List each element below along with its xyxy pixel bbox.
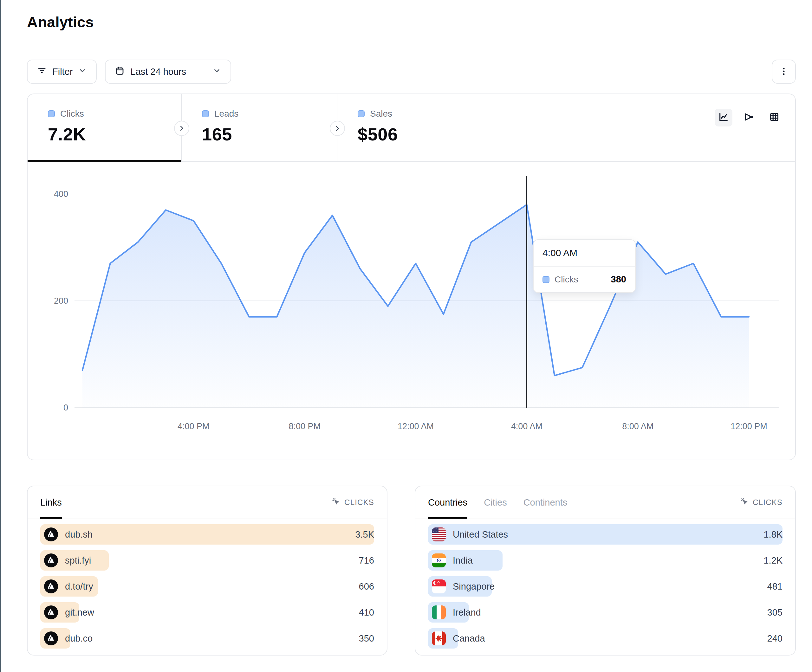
country-clicks-value: 1.8K bbox=[764, 524, 783, 544]
sg-flag-icon bbox=[432, 580, 446, 594]
line-chart-icon bbox=[718, 112, 729, 124]
cities-tab-label: Cities bbox=[484, 497, 507, 508]
tab-cities[interactable]: Cities bbox=[484, 486, 507, 518]
countries-panel: Countries Cities Continents bbox=[415, 486, 796, 655]
x-axis-tick-label: 4:00 PM bbox=[177, 421, 210, 431]
country-label: Ireland bbox=[453, 607, 481, 618]
tooltip-legend-swatch bbox=[542, 276, 549, 283]
links-metric-header[interactable]: CLICKS bbox=[332, 497, 374, 508]
analytics-chart-card: Clicks 7.2K Leads 165 Sales bbox=[27, 94, 796, 460]
sales-tab-label: Sales bbox=[370, 109, 392, 119]
tooltip-series-label: Clicks bbox=[554, 275, 578, 285]
in-flag-icon bbox=[432, 553, 446, 567]
cursor-click-icon bbox=[332, 497, 341, 508]
link-label: spti.fyi bbox=[65, 555, 91, 566]
country-clicks-value: 240 bbox=[767, 628, 783, 648]
tab-leads[interactable]: Leads 165 bbox=[182, 94, 337, 161]
sales-legend-swatch bbox=[358, 110, 365, 117]
chevron-down-icon bbox=[78, 67, 87, 77]
chart-view-switcher bbox=[715, 109, 783, 126]
toolbar: Filter Last 24 hours bbox=[27, 60, 231, 84]
clicks-tab-label: Clicks bbox=[60, 109, 84, 119]
more-options-button[interactable] bbox=[772, 60, 796, 84]
dub-favicon-icon bbox=[44, 553, 58, 567]
clicks-area-chart[interactable]: 02004004:00 PM8:00 PM12:00 AM4:00 AM8:00… bbox=[27, 161, 795, 460]
x-axis-tick-label: 12:00 AM bbox=[397, 421, 434, 431]
y-axis-tick-label: 400 bbox=[54, 189, 68, 199]
country-clicks-value: 305 bbox=[767, 602, 783, 623]
countries-metric-header[interactable]: CLICKS bbox=[740, 497, 783, 508]
cursor-click-icon bbox=[740, 497, 749, 508]
country-row-India[interactable]: India1.2K bbox=[428, 550, 783, 571]
tab-clicks[interactable]: Clicks 7.2K bbox=[27, 94, 182, 161]
links-list: dub.sh3.5Kspti.fyi716d.to/try606git.new4… bbox=[27, 519, 387, 648]
chevron-down-icon bbox=[213, 67, 221, 77]
metric-tabs: Clicks 7.2K Leads 165 Sales bbox=[27, 94, 795, 162]
link-clicks-value: 716 bbox=[359, 550, 374, 571]
links-panel-header: Links CLICKS bbox=[27, 486, 387, 519]
link-row-d.to/try[interactable]: d.to/try606 bbox=[40, 576, 374, 597]
countries-list: United States1.8KIndia1.2KSingapore481Ir… bbox=[415, 519, 795, 648]
links-metric-label: CLICKS bbox=[345, 498, 374, 507]
x-axis-tick-label: 8:00 AM bbox=[622, 421, 653, 431]
funnel-view-button[interactable] bbox=[740, 109, 758, 126]
clicks-legend-swatch bbox=[48, 110, 55, 117]
dub-favicon-icon bbox=[44, 631, 58, 645]
country-clicks-value: 1.2K bbox=[764, 550, 783, 571]
filter-lines-icon bbox=[37, 66, 47, 78]
kebab-menu-icon bbox=[779, 67, 788, 77]
tab-links[interactable]: Links bbox=[40, 486, 62, 518]
country-row-Canada[interactable]: Canada240 bbox=[428, 628, 783, 648]
link-clicks-value: 3.5K bbox=[355, 524, 374, 544]
x-axis-tick-label: 8:00 PM bbox=[288, 421, 321, 431]
x-axis-tick-label: 12:00 PM bbox=[730, 421, 767, 431]
expand-leads-chevron-button[interactable] bbox=[330, 121, 345, 136]
country-label: Canada bbox=[453, 633, 485, 644]
link-label: dub.co bbox=[65, 633, 92, 644]
tooltip-time: 4:00 AM bbox=[534, 240, 635, 266]
country-row-Ireland[interactable]: Ireland305 bbox=[428, 602, 783, 623]
country-row-Singapore[interactable]: Singapore481 bbox=[428, 576, 783, 597]
countries-panel-header: Countries Cities Continents bbox=[415, 486, 795, 519]
link-label: dub.sh bbox=[65, 529, 92, 540]
link-row-dub.sh[interactable]: dub.sh3.5K bbox=[40, 524, 374, 544]
grid-table-icon bbox=[769, 112, 780, 124]
countries-metric-label: CLICKS bbox=[753, 498, 783, 507]
country-label: Singapore bbox=[453, 582, 495, 592]
date-range-button[interactable]: Last 24 hours bbox=[105, 60, 231, 84]
continents-tab-label: Continents bbox=[524, 497, 568, 508]
clicks-tab-value: 7.2K bbox=[48, 124, 181, 145]
analytics-page: Analytics Filter bbox=[0, 0, 812, 672]
filter-button[interactable]: Filter bbox=[27, 60, 97, 84]
leads-legend-swatch bbox=[202, 110, 209, 117]
line-chart-view-button[interactable] bbox=[715, 109, 732, 126]
page-title: Analytics bbox=[27, 13, 94, 31]
us-flag-icon bbox=[432, 527, 446, 541]
tooltip-value: 380 bbox=[611, 274, 626, 285]
link-row-git.new[interactable]: git.new410 bbox=[40, 602, 374, 623]
tab-continents[interactable]: Continents bbox=[524, 486, 568, 518]
tab-sales[interactable]: Sales $506 bbox=[337, 94, 795, 161]
leads-tab-label: Leads bbox=[214, 109, 239, 119]
y-axis-tick-label: 0 bbox=[63, 403, 68, 413]
dub-favicon-icon bbox=[44, 580, 58, 594]
funnel-icon bbox=[744, 112, 754, 124]
link-row-spti.fyi[interactable]: spti.fyi716 bbox=[40, 550, 374, 571]
links-tab-label: Links bbox=[40, 497, 62, 508]
country-row-United States[interactable]: United States1.8K bbox=[428, 524, 783, 544]
ie-flag-icon bbox=[432, 605, 446, 619]
tab-countries[interactable]: Countries bbox=[428, 486, 467, 518]
expand-clicks-chevron-button[interactable] bbox=[174, 121, 189, 136]
country-label: India bbox=[453, 555, 473, 566]
link-row-dub.co[interactable]: dub.co350 bbox=[40, 628, 374, 648]
country-label: United States bbox=[453, 529, 508, 540]
dub-favicon-icon bbox=[44, 527, 58, 541]
countries-tab-label: Countries bbox=[428, 497, 467, 508]
country-clicks-value: 481 bbox=[767, 576, 783, 597]
link-clicks-value: 350 bbox=[359, 628, 374, 648]
links-panel: Links CLICKS dub.sh3.5Kspti.fyi716d.to/t… bbox=[27, 486, 387, 655]
table-view-button[interactable] bbox=[765, 109, 783, 126]
chart-tooltip: 4:00 AM Clicks 380 bbox=[533, 239, 636, 293]
x-axis-tick-label: 4:00 AM bbox=[511, 421, 542, 431]
link-clicks-value: 606 bbox=[359, 576, 374, 597]
